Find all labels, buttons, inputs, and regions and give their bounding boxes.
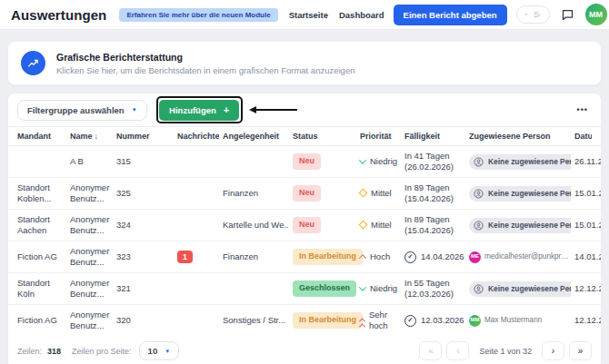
assignee-label: Max Mustermann: [484, 316, 542, 325]
column-header-angelegenheit[interactable]: Angelegenheit: [223, 132, 289, 141]
per-page-label: Zeilen pro Seite:: [72, 347, 132, 356]
cell-mandant: Fiction AG: [17, 251, 66, 262]
chevron-down-icon: ▼: [165, 349, 170, 354]
add-button-label: Hinzufügen: [169, 105, 216, 115]
person-icon: [474, 157, 484, 167]
status-badge: Neu: [293, 217, 321, 232]
no-assignee-pill: Keine zugewiesene Person: [469, 154, 571, 170]
cell-zugewiesene-person: MEmedicalhester@punkproof.com: [469, 251, 571, 263]
prev-page-button[interactable]: ‹: [446, 341, 469, 360]
cell-faelligkeit: ✓12.03.2026: [404, 315, 465, 327]
graphic-report-card[interactable]: Grafische Berichterstattung Klicken Sie …: [7, 41, 602, 85]
table-row[interactable]: Standort Koblen... Anonymer Benutz... 32…: [8, 178, 601, 210]
deadline-check-icon: ✓: [404, 315, 416, 327]
submit-report-button[interactable]: Einen Bericht abgeben: [394, 5, 507, 25]
cell-datum: 14.01.2026: [574, 251, 602, 262]
cell-prioritaet: Niedrig: [360, 283, 401, 294]
cell-mandant: Standort Aachen: [17, 214, 66, 236]
chat-icon[interactable]: [561, 8, 574, 22]
nav-dashboard[interactable]: Dashboard: [339, 10, 384, 20]
cell-faelligkeit: In 89 Tagen(15.04.2026): [404, 214, 465, 236]
page-title: Auswertungen: [11, 7, 106, 23]
column-header-datum[interactable]: Datum: [574, 132, 592, 141]
status-badge: Geschlossen: [293, 280, 356, 296]
last-page-button[interactable]: »: [569, 341, 592, 360]
filter-group-label: Filtergruppe auswählen: [27, 105, 125, 115]
cell-datum: 15.01.2026: [574, 220, 602, 231]
priority-niedrig-icon: [360, 283, 365, 294]
cell-prioritaet: Sehr hoch: [360, 310, 401, 331]
info-card-title: Grafische Berichterstattung: [56, 52, 354, 63]
cell-status: In Bearbeitung: [293, 312, 356, 328]
cell-faelligkeit: In 55 Tagen(12.03.2026): [404, 278, 465, 300]
status-badge: In Bearbeitung: [293, 312, 363, 328]
cell-name: A B: [70, 156, 113, 167]
nav-startseite[interactable]: Startseite: [289, 10, 328, 20]
rows-total: 318: [47, 347, 61, 356]
cell-status: Neu: [293, 217, 356, 232]
table-row[interactable]: Standort Köln Anonymer Benutz... 321 Ges…: [8, 273, 601, 305]
filter-group-select[interactable]: Filtergruppe auswählen ▼: [17, 100, 147, 121]
table-header-row: MandantName↓NummerNachrichtenAngelegenhe…: [8, 126, 601, 146]
cell-angelegenheit: Kartelle und We...: [223, 220, 289, 231]
cell-zugewiesene-person: Keine zugewiesene Person: [469, 218, 571, 233]
cell-nummer: 320: [116, 315, 161, 326]
cell-name: Anonymer Benutz...: [70, 246, 113, 268]
first-page-button[interactable]: «: [419, 341, 442, 360]
cell-datum: 26.11.2025: [574, 156, 602, 167]
next-page-button[interactable]: ›: [542, 341, 564, 360]
table-row[interactable]: Standort Aachen Anonymer Benutz... 324 K…: [8, 210, 601, 241]
cell-zugewiesene-person: Keine zugewiesene Person: [469, 154, 571, 170]
cell-faelligkeit: In 89 Tagen(15.04.2026): [404, 182, 465, 204]
per-page-select[interactable]: 10 ▼: [139, 341, 180, 360]
cell-zugewiesene-person: Keine zugewiesene Person: [469, 281, 571, 297]
table-body: A B 315 Neu Niedrig In 41 Tagen(26.02.20…: [8, 146, 601, 336]
column-header-nummer[interactable]: Nummer: [116, 132, 161, 141]
assignee-avatar: ME: [469, 251, 481, 263]
chevron-down-icon: ▼: [132, 107, 137, 113]
promo-pill[interactable]: Erfahren Sie mehr über die neuen Module: [119, 8, 277, 22]
person-icon: [474, 221, 484, 231]
user-avatar[interactable]: MM: [585, 4, 607, 25]
report-table-card: Filtergruppe auswählen ▼ Hinzufügen + ••…: [7, 93, 602, 364]
column-header-mandant[interactable]: Mandant: [17, 132, 66, 141]
no-assignee-pill: Keine zugewiesene Person: [469, 218, 571, 233]
cell-mandant: Standort Koblen...: [17, 182, 66, 204]
more-options-button[interactable]: •••: [574, 105, 592, 114]
cell-faelligkeit: ✓14.04.2026: [404, 251, 465, 263]
status-badge: In Bearbeitung: [293, 249, 363, 264]
add-button[interactable]: Hinzufügen +: [159, 100, 239, 121]
column-header-person[interactable]: Zugewiesene Person: [469, 132, 571, 141]
search-box[interactable]: [516, 5, 550, 24]
column-header-prio[interactable]: Priorität: [360, 132, 401, 141]
assignee-avatar: MM: [469, 315, 481, 327]
column-header-faellig[interactable]: Fälligkeit: [404, 132, 465, 141]
info-card-subtitle: Klicken Sie hier, um die Berichtsdaten i…: [56, 65, 354, 75]
column-header-name[interactable]: Name↓: [70, 132, 113, 141]
table-row[interactable]: A B 315 Neu Niedrig In 41 Tagen(26.02.20…: [8, 146, 601, 178]
priority-mittel-icon: [360, 188, 366, 199]
search-icon: [524, 10, 527, 19]
column-header-status[interactable]: Status: [293, 132, 356, 141]
cell-status: Neu: [293, 153, 356, 169]
cell-nummer: 321: [116, 283, 161, 294]
search-input[interactable]: [532, 9, 542, 20]
priority-hoch-icon: [360, 251, 365, 262]
table-row[interactable]: Fiction AG Anonymer Benutz... 320 Sonsti…: [8, 305, 601, 336]
cell-nummer: 325: [116, 188, 161, 199]
rows-label: Zeilen:: [17, 347, 42, 356]
column-header-nachrichten[interactable]: Nachrichten: [165, 132, 219, 141]
priority-niedrig-icon: [360, 156, 365, 167]
no-assignee-pill: Keine zugewiesene Person: [469, 186, 571, 202]
cell-mandant: Fiction AG: [17, 315, 66, 326]
cell-name: Anonymer Benutz...: [70, 310, 113, 331]
cell-name: Anonymer Benutz...: [70, 182, 113, 204]
plus-icon: +: [224, 105, 229, 115]
table-row[interactable]: Fiction AG Anonymer Benutz... 323 1 Fina…: [8, 241, 601, 273]
cell-prioritaet: Mittel: [360, 188, 401, 199]
chart-icon: [21, 51, 45, 75]
pagination: « ‹ Seite 1 von 32 › »: [419, 341, 592, 360]
cell-nummer: 324: [116, 220, 161, 231]
cell-status: In Bearbeitung: [293, 249, 356, 264]
priority-sehr-hoch-icon: [360, 314, 364, 328]
